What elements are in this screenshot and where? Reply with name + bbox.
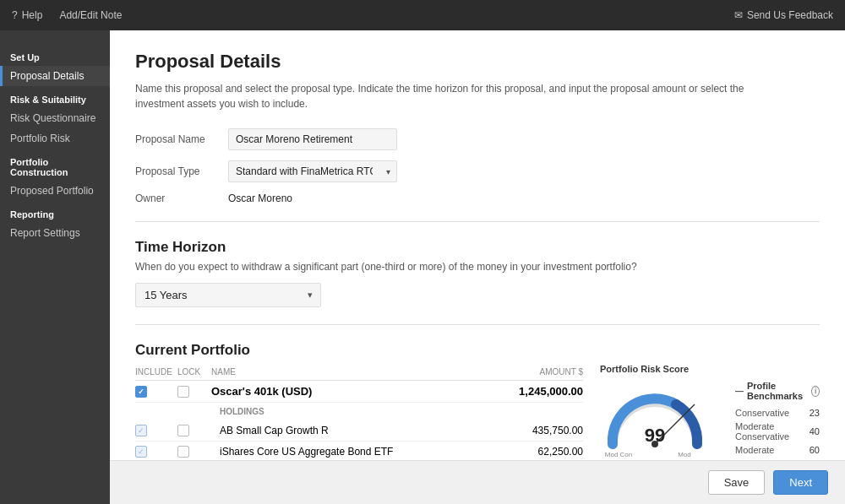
proposal-name-label: Proposal Name xyxy=(135,133,228,145)
divider-1 xyxy=(135,221,820,222)
feedback-button[interactable]: ✉ Send Us Feedback xyxy=(734,9,833,21)
portfolio-table-header: Include Lock Name Amount $ xyxy=(135,364,583,381)
risk-score-title: Portfolio Risk Score xyxy=(600,364,820,374)
bottom-bar: Save Next xyxy=(110,460,845,504)
holding-0-lock-checkbox[interactable] xyxy=(177,425,189,436)
page-description: Name this proposal and select the propos… xyxy=(135,81,777,111)
parent-lock-cell xyxy=(177,386,211,398)
sidebar-label-proposal-details: Proposal Details xyxy=(10,70,84,82)
sidebar-label-portfolio-risk: Portfolio Risk xyxy=(10,133,70,144)
next-button[interactable]: Next xyxy=(773,470,828,495)
owner-row: Owner Oscar Moreno xyxy=(135,192,820,204)
holding-0-include-cell xyxy=(135,425,177,436)
holding-row-0: AB Small Cap Growth R 435,750.00 xyxy=(135,420,583,442)
holding-1-lock-checkbox[interactable] xyxy=(177,446,189,458)
gauge-area: 99 Mod Con Mod xyxy=(600,381,718,459)
parent-lock-checkbox[interactable] xyxy=(177,386,189,398)
current-portfolio-title: Current Portfolio xyxy=(135,342,820,359)
proposal-type-select[interactable]: Standard with FinaMetrica RTQ xyxy=(228,160,397,182)
proposal-name-input[interactable] xyxy=(228,128,397,150)
sidebar-section-reporting: Reporting xyxy=(0,201,110,223)
sidebar-section-risk: Risk & Suitability xyxy=(0,86,110,108)
sidebar-item-risk-questionnaire[interactable]: Risk Questionnaire xyxy=(0,108,110,128)
sidebar-label-risk-questionnaire: Risk Questionnaire xyxy=(10,112,95,124)
benchmarks-info-icon[interactable]: i xyxy=(811,386,820,397)
proposal-name-row: Proposal Name xyxy=(135,128,820,150)
benchmark-value-1: 40 xyxy=(794,426,820,436)
parent-amount: 1,245,000.00 xyxy=(482,385,583,398)
benchmark-label-2: Moderate xyxy=(735,445,794,455)
holding-1-name: iShares Core US Aggregate Bond ETF xyxy=(211,446,482,458)
sidebar: Set Up Proposal Details Risk & Suitabili… xyxy=(0,30,110,504)
time-horizon-title: Time Horizon xyxy=(135,239,820,256)
holding-0-name: AB Small Cap Growth R xyxy=(211,425,482,436)
proposal-type-row: Proposal Type Standard with FinaMetrica … xyxy=(135,160,820,182)
main-layout: Set Up Proposal Details Risk & Suitabili… xyxy=(0,30,845,504)
benchmark-value-2: 60 xyxy=(794,445,820,455)
top-bar-left: ? Help Add/Edit Note xyxy=(12,9,122,21)
header-name: Name xyxy=(211,367,482,377)
add-edit-note-label: Add/Edit Note xyxy=(59,9,122,21)
owner-label: Owner xyxy=(135,192,228,204)
header-amount: Amount $ xyxy=(482,367,583,377)
header-lock: Lock xyxy=(177,367,211,377)
benchmark-label-0: Conservative xyxy=(735,408,794,418)
content-area: Proposal Details Name this proposal and … xyxy=(110,30,845,504)
sidebar-label-proposed-portfolio: Proposed Portfolio xyxy=(10,185,94,197)
holding-1-lock-cell xyxy=(177,446,211,458)
header-include: Include xyxy=(135,367,177,377)
sidebar-item-portfolio-risk[interactable]: Portfolio Risk xyxy=(0,128,110,149)
owner-value: Oscar Moreno xyxy=(228,192,292,204)
sidebar-label-report-settings: Report Settings xyxy=(10,227,80,239)
add-edit-note-button[interactable]: Add/Edit Note xyxy=(59,9,122,21)
holding-0-lock-cell xyxy=(177,425,211,436)
sidebar-section-setup: Set Up xyxy=(0,44,110,66)
holding-1-include-cell xyxy=(135,446,177,458)
holding-0-include-checkbox[interactable] xyxy=(135,425,147,436)
mail-icon: ✉ xyxy=(734,9,743,21)
svg-text:Mod Con: Mod Con xyxy=(605,451,632,457)
help-label: Help xyxy=(22,9,43,21)
help-button[interactable]: ? Help xyxy=(12,9,42,21)
active-indicator xyxy=(0,66,3,86)
holding-1-amount: 62,250.00 xyxy=(482,446,583,458)
benchmarks-title: — Profile Benchmarks i xyxy=(735,381,820,401)
benchmark-label-1: Moderate Conservative xyxy=(735,421,794,442)
time-horizon-select[interactable]: 1 Year 3 Years 5 Years 7 Years 10 Years … xyxy=(135,283,321,307)
sidebar-item-proposed-portfolio[interactable]: Proposed Portfolio xyxy=(0,181,110,201)
benchmark-row-2: Moderate 60 xyxy=(735,443,820,457)
sidebar-section-construction: Portfolio Construction xyxy=(0,149,110,181)
portfolio-parent-row: Oscar's 401k (USD) 1,245,000.00 xyxy=(135,381,583,403)
page-title: Proposal Details xyxy=(135,51,820,73)
save-button[interactable]: Save xyxy=(708,470,766,495)
parent-name: Oscar's 401k (USD) xyxy=(211,385,482,398)
parent-include-checkbox[interactable] xyxy=(135,386,147,398)
gauge-svg: 99 Mod Con Mod xyxy=(600,381,710,457)
proposal-type-label: Proposal Type xyxy=(135,165,228,177)
svg-text:99: 99 xyxy=(645,425,665,446)
top-bar: ? Help Add/Edit Note ✉ Send Us Feedback xyxy=(0,0,845,30)
divider-2 xyxy=(135,324,820,325)
benchmark-row-0: Conservative 23 xyxy=(735,406,820,420)
holdings-label: Holdings xyxy=(211,407,482,416)
help-icon: ? xyxy=(12,9,18,21)
sidebar-item-report-settings[interactable]: Report Settings xyxy=(0,223,110,243)
holdings-label-row: Holdings xyxy=(135,403,583,420)
feedback-label: Send Us Feedback xyxy=(747,9,833,21)
proposal-type-select-wrap: Standard with FinaMetrica RTQ ▾ xyxy=(228,160,397,182)
svg-text:Mod: Mod xyxy=(678,451,691,457)
holding-0-amount: 435,750.00 xyxy=(482,425,583,436)
holding-1-include-checkbox[interactable] xyxy=(135,446,147,458)
time-horizon-select-wrap: 1 Year 3 Years 5 Years 7 Years 10 Years … xyxy=(135,283,321,307)
time-horizon-description: When do you expect to withdraw a signifi… xyxy=(135,261,820,273)
benchmark-value-0: 23 xyxy=(794,408,820,418)
parent-include-cell xyxy=(135,386,177,398)
benchmark-row-1: Moderate Conservative 40 xyxy=(735,420,820,443)
benchmarks-label: Profile Benchmarks xyxy=(747,381,808,401)
sidebar-item-proposal-details[interactable]: Proposal Details xyxy=(0,66,110,86)
